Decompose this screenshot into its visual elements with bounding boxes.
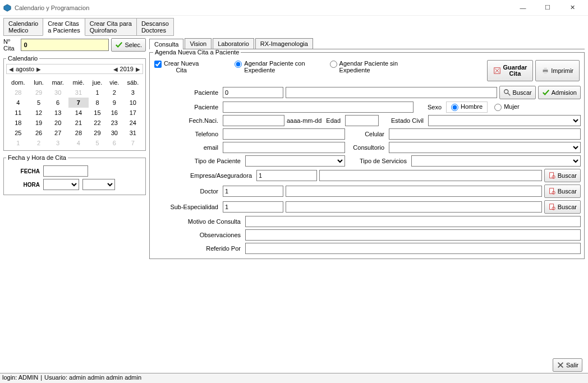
- calendar-day[interactable]: 29: [89, 128, 106, 138]
- calendar-year[interactable]: 2019: [120, 66, 134, 72]
- calendar-day[interactable]: 30: [106, 128, 123, 138]
- next-month-button[interactable]: ▶: [36, 66, 41, 72]
- calendar-day[interactable]: 1: [89, 87, 106, 98]
- calendar-day[interactable]: 28: [6, 87, 30, 98]
- tab-crear-cita-quirofano[interactable]: Crear Cita para Quirofano: [85, 18, 137, 36]
- calendar-day[interactable]: 21: [68, 118, 89, 128]
- sexo-mujer-radio[interactable]: [494, 104, 502, 111]
- calendar-day[interactable]: 10: [123, 98, 143, 108]
- calendar-day[interactable]: 13: [48, 108, 68, 118]
- fechnaci-input[interactable]: [223, 115, 284, 126]
- hora-select-2[interactable]: [82, 179, 115, 190]
- next-year-button[interactable]: ▶: [136, 66, 140, 72]
- calendar-day[interactable]: 29: [30, 87, 48, 98]
- calendar-day[interactable]: 30: [48, 87, 68, 98]
- calendar-day[interactable]: 24: [123, 118, 143, 128]
- buscar-paciente-button[interactable]: Buscar: [499, 86, 536, 99]
- calendar-day[interactable]: 31: [68, 87, 89, 98]
- prev-year-button[interactable]: ◀: [113, 66, 118, 72]
- calendar-day[interactable]: 12: [30, 108, 48, 118]
- tipopaciente-select[interactable]: [245, 155, 345, 167]
- calendar-day[interactable]: 22: [89, 118, 106, 128]
- calendar-day[interactable]: 20: [48, 118, 68, 128]
- telefono-input[interactable]: [223, 128, 345, 140]
- admision-button[interactable]: Admision: [538, 86, 581, 99]
- imprimir-button[interactable]: Imprimir: [535, 60, 580, 81]
- empresa-name-input[interactable]: [319, 170, 542, 181]
- calendar-day[interactable]: 19: [30, 118, 48, 128]
- edad-input[interactable]: [345, 115, 379, 126]
- tiposervicios-select[interactable]: [411, 155, 581, 167]
- calendar-day[interactable]: 4: [6, 98, 30, 108]
- subesp-id-input[interactable]: [223, 201, 283, 213]
- guardar-cita-button[interactable]: Guardar Cita: [487, 60, 533, 81]
- calendar-day[interactable]: 5: [30, 98, 48, 108]
- calendar-day[interactable]: 6: [48, 98, 68, 108]
- maximize-button[interactable]: ☐: [535, 1, 560, 15]
- sexo-mujer[interactable]: Mujer: [490, 102, 524, 112]
- calendar-month[interactable]: agosto: [16, 66, 34, 72]
- salir-button[interactable]: Salir: [553, 358, 582, 372]
- calendar-day[interactable]: 2: [30, 138, 48, 148]
- calendar-day[interactable]: 7: [123, 138, 143, 148]
- paciente2-input[interactable]: [223, 101, 414, 113]
- tab-rx-imagenologia[interactable]: RX-Imagenologia: [255, 38, 313, 49]
- calendar-day[interactable]: 6: [106, 138, 123, 148]
- calendar-day[interactable]: 18: [6, 118, 30, 128]
- calendar-day[interactable]: 28: [68, 128, 89, 138]
- sexo-hombre[interactable]: Hombre: [446, 101, 488, 113]
- agendar-sin-expediente-radio[interactable]: [330, 61, 337, 68]
- agendar-con-expediente-radio[interactable]: [235, 61, 242, 68]
- calendar-day[interactable]: 27: [48, 128, 68, 138]
- calendar-day[interactable]: 26: [30, 128, 48, 138]
- buscar-empresa-button[interactable]: Buscar: [544, 169, 581, 182]
- paciente-id-input[interactable]: [223, 87, 283, 98]
- subesp-name-input[interactable]: [286, 201, 542, 213]
- empresa-id-input[interactable]: [256, 170, 317, 181]
- doctor-name-input[interactable]: [286, 186, 542, 197]
- buscar-subesp-button[interactable]: Buscar: [544, 200, 581, 214]
- calendar-day[interactable]: 9: [106, 98, 123, 108]
- email-input[interactable]: [223, 142, 345, 153]
- calendar-day[interactable]: 25: [6, 128, 30, 138]
- tab-calendario-medico[interactable]: Calendario Medico: [3, 18, 43, 36]
- tab-vision[interactable]: Vision: [185, 38, 212, 49]
- tab-descanso-doctores[interactable]: Descanso Doctores: [136, 18, 174, 36]
- calendar-day[interactable]: 15: [89, 108, 106, 118]
- calendar-day[interactable]: 31: [123, 128, 143, 138]
- calendar-day[interactable]: 3: [123, 87, 143, 98]
- paciente-name-input[interactable]: [286, 87, 497, 98]
- tab-consulta[interactable]: Consulta: [149, 39, 183, 49]
- buscar-doctor-button[interactable]: Buscar: [544, 184, 581, 198]
- celular-input[interactable]: [389, 128, 581, 140]
- crear-nueva-cita-checkbox[interactable]: [154, 61, 162, 68]
- consultorio-select[interactable]: [389, 142, 581, 153]
- sexo-hombre-radio[interactable]: [451, 104, 458, 111]
- prev-month-button[interactable]: ◀: [9, 66, 13, 72]
- referido-input[interactable]: [245, 243, 581, 254]
- calendar-day[interactable]: 16: [106, 108, 123, 118]
- num-cita-input[interactable]: [21, 39, 109, 51]
- motivo-input[interactable]: [245, 216, 581, 227]
- doctor-id-input[interactable]: [223, 186, 283, 197]
- calendar-day[interactable]: 14: [68, 108, 89, 118]
- calendar-day[interactable]: 23: [106, 118, 123, 128]
- tab-laboratorio[interactable]: Laboratorio: [213, 38, 254, 49]
- calendar-day[interactable]: 11: [6, 108, 30, 118]
- calendar-day[interactable]: 8: [89, 98, 106, 108]
- fecha-input[interactable]: [43, 165, 88, 177]
- hora-select-1[interactable]: [43, 179, 79, 190]
- close-window-button[interactable]: ✕: [560, 1, 585, 15]
- calendar-day[interactable]: 3: [48, 138, 68, 148]
- calendar-day[interactable]: 5: [89, 138, 106, 148]
- observaciones-input[interactable]: [245, 229, 581, 241]
- estadocivil-select[interactable]: [428, 115, 581, 126]
- minimize-button[interactable]: —: [511, 1, 535, 15]
- calendar-day[interactable]: 4: [68, 138, 89, 148]
- tab-crear-citas-pacientes[interactable]: Crear Citas a Pacientes: [43, 18, 85, 36]
- opt-crear-nueva-cita[interactable]: Crear Nueva Cita: [154, 60, 199, 73]
- opt-agendar-con-expediente[interactable]: Agendar Paciente con Expediente: [235, 60, 305, 73]
- calendar-day[interactable]: 2: [106, 87, 123, 98]
- calendar-day[interactable]: 7: [68, 98, 89, 108]
- opt-agendar-sin-expediente[interactable]: Agendar Paciente sin Expediente: [330, 60, 398, 73]
